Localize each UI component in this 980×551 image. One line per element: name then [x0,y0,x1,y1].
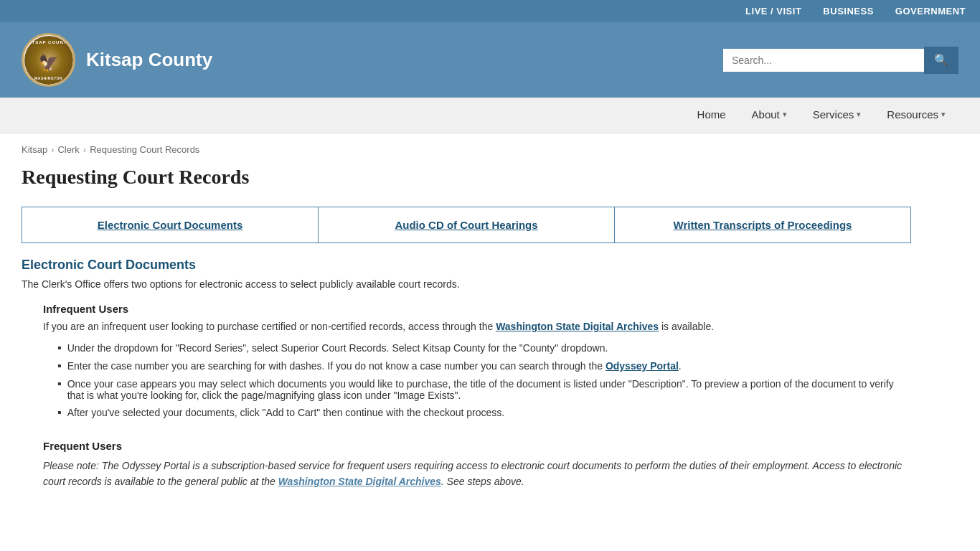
logo-bottom-text: WASHINGTON [34,76,62,80]
breadcrumb-clerk[interactable]: Clerk [57,144,79,155]
frequent-users-section: Frequent Users Please note: The Odyssey … [43,440,911,490]
page-title: Requesting Court Records [22,166,911,189]
infrequent-intro: If you are an infrequent user looking to… [43,321,911,332]
section-heading: Electronic Court Documents [22,258,911,273]
search-input[interactable] [723,49,924,72]
wa-digital-archives-link[interactable]: Washington State Digital Archives [496,321,659,332]
infrequent-intro-after: is available. [659,321,714,332]
site-header: KITSAP COUNTY 🦅 WASHINGTON Kitsap County… [0,22,980,98]
breadcrumb-kitsap[interactable]: Kitsap [22,144,47,155]
odyssey-portal-link-1[interactable]: Odyssey Portal [606,360,679,372]
wa-digital-archives-link-2[interactable]: Washington State Digital Archives [278,476,441,487]
top-bar: LIVE / VISIT BUSINESS GOVERNMENT [0,0,980,22]
bullet-item-1: Under the dropdown for "Record Series", … [57,339,911,357]
nav-about[interactable]: About ▾ [739,98,800,133]
breadcrumb: Kitsap › Clerk › Requesting Court Record… [0,133,980,159]
site-title: Kitsap County [86,49,212,71]
infrequent-heading: Infrequent Users [43,303,911,315]
bullet-item-2: Enter the case number you are searching … [57,357,911,375]
search-area: 🔍 [723,47,958,74]
government-link[interactable]: GOVERNMENT [895,6,966,17]
resources-chevron-icon: ▾ [941,110,946,119]
nav-bar: Home About ▾ Services ▾ Resources ▾ [0,98,980,133]
frequent-note: Please note: The Odyssey Portal is a sub… [43,458,911,490]
logo: KITSAP COUNTY 🦅 WASHINGTON [22,33,75,87]
bullet-item-4: After you've selected your documents, cl… [57,404,911,422]
live-visit-link[interactable]: LIVE / VISIT [745,6,801,17]
bullet-item-3: Once your case appears you may select wh… [57,375,911,404]
about-chevron-icon: ▾ [783,110,787,119]
infrequent-intro-before: If you are an infrequent user looking to… [43,321,496,332]
search-button[interactable]: 🔍 [924,47,958,74]
business-link[interactable]: BUSINESS [823,6,873,17]
tab-bar: Electronic Court Documents Audio CD of C… [22,207,911,243]
services-chevron-icon: ▾ [857,110,861,119]
nav-home[interactable]: Home [684,98,739,133]
frequent-note-after: . See steps above. [441,476,524,487]
tab-audio-cd[interactable]: Audio CD of Court Hearings [319,207,615,242]
section-intro: The Clerk's Office offers two options fo… [22,278,911,290]
infrequent-users-section: Infrequent Users If you are an infrequen… [43,303,911,422]
bullet2-after: . [679,360,682,372]
nav-resources[interactable]: Resources ▾ [874,98,958,133]
tab-electronic-court-docs[interactable]: Electronic Court Documents [22,207,319,242]
breadcrumb-sep-1: › [51,144,54,155]
logo-inner: KITSAP COUNTY 🦅 WASHINGTON [24,36,73,85]
logo-eagle-icon: 🦅 [39,54,58,72]
main-content: Requesting Court Records Electronic Cour… [0,159,933,519]
infrequent-bullet-list: Under the dropdown for "Record Series", … [57,339,911,422]
nav-services[interactable]: Services ▾ [800,98,875,133]
breadcrumb-sep-2: › [83,144,86,155]
breadcrumb-current: Requesting Court Records [90,144,199,155]
tab-written-transcripts[interactable]: Written Transcripts of Proceedings [615,207,910,242]
frequent-heading: Frequent Users [43,440,911,452]
logo-area: KITSAP COUNTY 🦅 WASHINGTON Kitsap County [22,33,212,87]
logo-top-text: KITSAP COUNTY [27,40,71,44]
bullet2-before: Enter the case number you are searching … [67,360,606,372]
